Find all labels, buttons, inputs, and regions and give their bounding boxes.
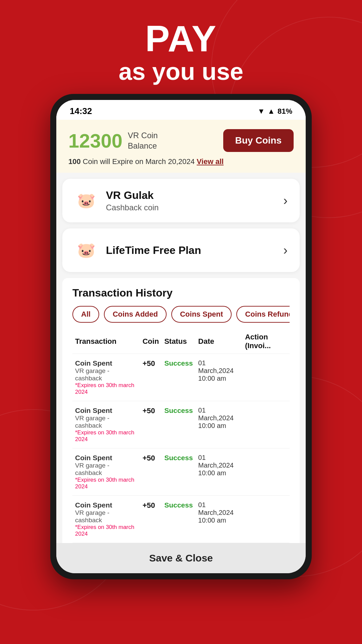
- date-value: 01 March,2024: [198, 407, 240, 422]
- date-cell: 01 March,2024 10:00 am: [195, 354, 242, 401]
- coin-cell: +50: [140, 496, 162, 543]
- subtitle-label: as you use: [0, 57, 362, 86]
- transaction-expire: *Expires on 30th march 2024: [75, 429, 137, 443]
- coin-cell: +50: [140, 401, 162, 448]
- savings-icon: 🐷: [74, 238, 98, 262]
- date-value: 01 March,2024: [198, 359, 240, 375]
- transaction-title: Transaction History: [72, 287, 290, 299]
- coin-value: +50: [142, 407, 155, 415]
- status-cell: Success: [162, 496, 195, 543]
- transaction-name: Coin Spent: [75, 359, 137, 367]
- status-badge: Success: [164, 407, 193, 414]
- signal-icon: ▲: [267, 107, 275, 116]
- coin-label-line1: VR Coin: [128, 130, 158, 141]
- status-cell: Success: [162, 401, 195, 448]
- coin-value: +50: [142, 454, 155, 462]
- transaction-expire: *Expires on 30th march 2024: [75, 524, 137, 537]
- date-cell: 01 March,2024 10:00 am: [195, 401, 242, 448]
- phone-frame: 14:32 ▼ ▲ 81% 12300 VR Coin Balance: [50, 94, 312, 579]
- lifetime-suffix: Plan: [175, 244, 201, 256]
- filter-tab-all[interactable]: All: [72, 306, 99, 323]
- expire-notice: 100 Coin will Expire on March 20,2024 Vi…: [68, 157, 294, 166]
- transaction-table: Transaction Coin Status Date Action (Inv…: [72, 329, 290, 543]
- expire-amount: 100: [68, 157, 81, 166]
- status-badge: Success: [164, 501, 193, 509]
- transaction-cell: Coin Spent VR garage - cashback *Expires…: [72, 354, 140, 401]
- transaction-name: Coin Spent: [75, 501, 137, 509]
- transaction-cell: Coin Spent VR garage - cashback *Expires…: [72, 448, 140, 496]
- col-action: Action (Invoi...: [242, 329, 290, 354]
- time-value: 10:00 am: [198, 469, 240, 477]
- action-cell: [242, 496, 290, 543]
- transaction-name: Coin Spent: [75, 454, 137, 462]
- col-transaction: Transaction: [72, 329, 140, 354]
- coin-cell: +50: [140, 448, 162, 496]
- chevron-right-icon: ›: [283, 194, 288, 208]
- vr-gulak-title: VR Gulak: [106, 189, 159, 202]
- col-coin: Coin: [140, 329, 162, 354]
- view-all-link[interactable]: View all: [197, 157, 224, 166]
- vr-gulak-subtitle: Cashback coin: [106, 203, 159, 212]
- lifetime-title: LifeTime Free Plan: [106, 244, 201, 257]
- battery-level: 81%: [278, 107, 292, 116]
- time-value: 10:00 am: [198, 517, 240, 524]
- status-cell: Success: [162, 448, 195, 496]
- time-value: 10:00 am: [198, 375, 240, 382]
- coin-cell: +50: [140, 354, 162, 401]
- date-cell: 01 March,2024 10:00 am: [195, 448, 242, 496]
- filter-tab-coins-spent[interactable]: Coins Spent: [171, 306, 232, 323]
- coin-label-group: VR Coin Balance: [128, 130, 158, 151]
- coin-value: +50: [142, 359, 155, 368]
- phone-screen: 14:32 ▼ ▲ 81% 12300 VR Coin Balance: [56, 100, 306, 573]
- expire-text: Coin will Expire on March 20,2024: [83, 157, 197, 166]
- transaction-expire: *Expires on 30th march 2024: [75, 477, 137, 490]
- card-text-group: VR Gulak Cashback coin: [106, 189, 159, 212]
- card-left-lifetime: 🐷 LifeTime Free Plan: [74, 238, 201, 262]
- vr-gulak-card[interactable]: 🐷 VR Gulak Cashback coin ›: [62, 179, 300, 222]
- date-value: 01 March,2024: [198, 501, 240, 517]
- lifetime-bold: Free: [153, 244, 176, 256]
- transaction-sub: VR garage - cashback: [75, 509, 137, 524]
- pay-label: PAY: [0, 20, 362, 57]
- lifetime-free-card[interactable]: 🐷 LifeTime Free Plan ›: [62, 228, 300, 272]
- save-close-button[interactable]: Save & Close: [56, 543, 306, 573]
- col-status: Status: [162, 329, 195, 354]
- filter-tab-coins-added[interactable]: Coins Added: [104, 306, 167, 323]
- filter-tab-coins-refunded[interactable]: Coins Refunde...: [236, 306, 290, 323]
- status-badge: Success: [164, 454, 193, 462]
- piggy-bank-icon: 🐷: [74, 189, 98, 212]
- date-value: 01 March,2024: [198, 454, 240, 469]
- transaction-cell: Coin Spent VR garage - cashback *Expires…: [72, 401, 140, 448]
- table-row: Coin Spent VR garage - cashback *Expires…: [72, 448, 290, 496]
- lifetime-text-group: LifeTime Free Plan: [106, 244, 201, 257]
- transaction-section: Transaction History All Coins Added Coin…: [62, 278, 300, 543]
- status-bar: 14:32 ▼ ▲ 81%: [56, 100, 306, 120]
- transaction-sub: VR garage - cashback: [75, 462, 137, 477]
- status-time: 14:32: [70, 106, 92, 116]
- transaction-sub: VR garage - cashback: [75, 367, 137, 382]
- table-row: Coin Spent VR garage - cashback *Expires…: [72, 401, 290, 448]
- action-cell: [242, 401, 290, 448]
- transaction-cell: Coin Spent VR garage - cashback *Expires…: [72, 496, 140, 543]
- lifetime-prefix: LifeTime: [106, 244, 153, 256]
- phone-wrapper: 14:32 ▼ ▲ 81% 12300 VR Coin Balance: [50, 94, 312, 579]
- buy-coins-button[interactable]: Buy Coins: [223, 129, 294, 152]
- col-date: Date: [195, 329, 242, 354]
- chevron-right-icon-lifetime: ›: [283, 243, 288, 258]
- header-section: PAY as you use: [0, 0, 362, 96]
- action-cell: [242, 448, 290, 496]
- coin-label-line2: Balance: [128, 141, 158, 151]
- transaction-sub: VR garage - cashback: [75, 415, 137, 429]
- card-left: 🐷 VR Gulak Cashback coin: [74, 189, 159, 212]
- status-badge: Success: [164, 359, 193, 367]
- wifi-icon: ▼: [257, 107, 265, 116]
- table-row: Coin Spent VR garage - cashback *Expires…: [72, 496, 290, 543]
- time-value: 10:00 am: [198, 422, 240, 430]
- transaction-name: Coin Spent: [75, 407, 137, 415]
- status-cell: Success: [162, 354, 195, 401]
- status-icons: ▼ ▲ 81%: [257, 107, 292, 116]
- transaction-expire: *Expires on 30th march 2024: [75, 382, 137, 395]
- table-row: Coin Spent VR garage - cashback *Expires…: [72, 354, 290, 401]
- coin-amount: 12300: [68, 129, 122, 152]
- filter-tabs: All Coins Added Coins Spent Coins Refund…: [72, 306, 290, 323]
